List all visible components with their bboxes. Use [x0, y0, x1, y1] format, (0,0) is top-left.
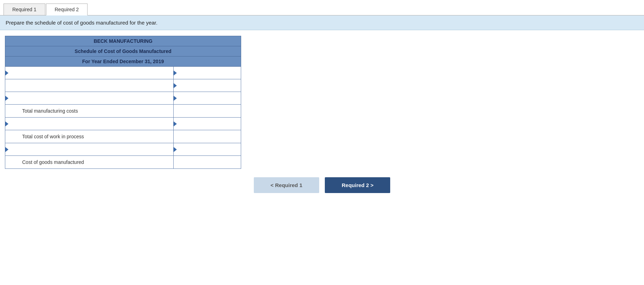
value-cell-row_total_wip [174, 130, 241, 143]
label-cell-row3[interactable] [5, 92, 174, 105]
arrow-left-icon [5, 121, 8, 126]
label-cell-row_cogm: Cost of goods manufactured [5, 156, 174, 169]
table-row: Total manufacturing costs [5, 105, 241, 118]
value-input-row1[interactable] [174, 67, 241, 79]
value-cell-row1[interactable] [174, 67, 241, 79]
label-cell-row_total_wip: Total cost of work in process [5, 130, 174, 143]
arrow-left-icon [5, 71, 8, 75]
tab-required2[interactable]: Required 2 [46, 4, 88, 15]
value-cell-row5[interactable] [174, 143, 241, 156]
arrow-left-icon [5, 147, 8, 152]
arrow-right-icon [174, 147, 177, 152]
static-label-row_cogm: Cost of goods manufactured [14, 159, 84, 165]
schedule-title-2: Schedule of Cost of Goods Manufactured [5, 46, 241, 57]
label-cell-row5[interactable] [5, 143, 174, 156]
table-row [5, 118, 241, 130]
schedule-table: BECK MANUFACTURING Schedule of Cost of G… [5, 36, 241, 169]
tabs-container: Required 1 Required 2 [0, 0, 644, 15]
value-cell-row2[interactable] [174, 79, 241, 92]
header-row-3: For Year Ended December 31, 2019 [5, 57, 241, 67]
value-input-row3[interactable] [174, 92, 241, 104]
label-cell-row1[interactable] [5, 67, 174, 79]
table-row: Cost of goods manufactured [5, 156, 241, 169]
schedule-container: BECK MANUFACTURING Schedule of Cost of G… [5, 36, 644, 169]
label-cell-row4[interactable] [5, 118, 174, 130]
value-cell-row4[interactable] [174, 118, 241, 130]
header-row-1: BECK MANUFACTURING [5, 36, 241, 46]
value-static-row_cogm[interactable] [174, 156, 241, 168]
label-cell-row2[interactable] [5, 79, 174, 92]
label-input-row2[interactable] [8, 80, 173, 92]
value-cell-row_cogm [174, 156, 241, 169]
schedule-title-3: For Year Ended December 31, 2019 [5, 57, 241, 67]
static-label-row_total_mfg: Total manufacturing costs [14, 108, 78, 114]
value-input-row2[interactable] [174, 80, 241, 92]
value-static-row_total_wip[interactable] [174, 130, 241, 143]
table-row [5, 143, 241, 156]
label-input-row3[interactable] [8, 92, 173, 104]
value-cell-row3[interactable] [174, 92, 241, 105]
schedule-title-1: BECK MANUFACTURING [5, 36, 241, 46]
label-input-row5[interactable] [8, 144, 173, 155]
tab-required1[interactable]: Required 1 [4, 4, 45, 15]
arrow-right-icon [174, 121, 177, 126]
bottom-nav: < Required 1 Required 2 > [0, 177, 644, 193]
static-label-row_total_wip: Total cost of work in process [14, 134, 84, 139]
label-cell-row_total_mfg: Total manufacturing costs [5, 105, 174, 118]
table-row [5, 67, 241, 79]
value-input-row4[interactable] [174, 118, 241, 130]
table-row [5, 79, 241, 92]
arrow-left-icon [5, 96, 8, 101]
instruction-banner: Prepare the schedule of cost of goods ma… [0, 15, 644, 30]
table-row: Total cost of work in process [5, 130, 241, 143]
prev-button[interactable]: < Required 1 [254, 177, 319, 193]
arrow-right-icon [174, 83, 177, 88]
arrow-right-icon [174, 71, 177, 75]
label-input-row1[interactable] [8, 67, 173, 79]
value-static-row_total_mfg[interactable] [174, 105, 241, 117]
next-button[interactable]: Required 2 > [325, 177, 390, 193]
label-input-row4[interactable] [8, 118, 173, 130]
arrow-right-icon [174, 96, 177, 101]
table-row [5, 92, 241, 105]
value-cell-row_total_mfg [174, 105, 241, 118]
value-input-row5[interactable] [174, 144, 241, 155]
header-row-2: Schedule of Cost of Goods Manufactured [5, 46, 241, 57]
